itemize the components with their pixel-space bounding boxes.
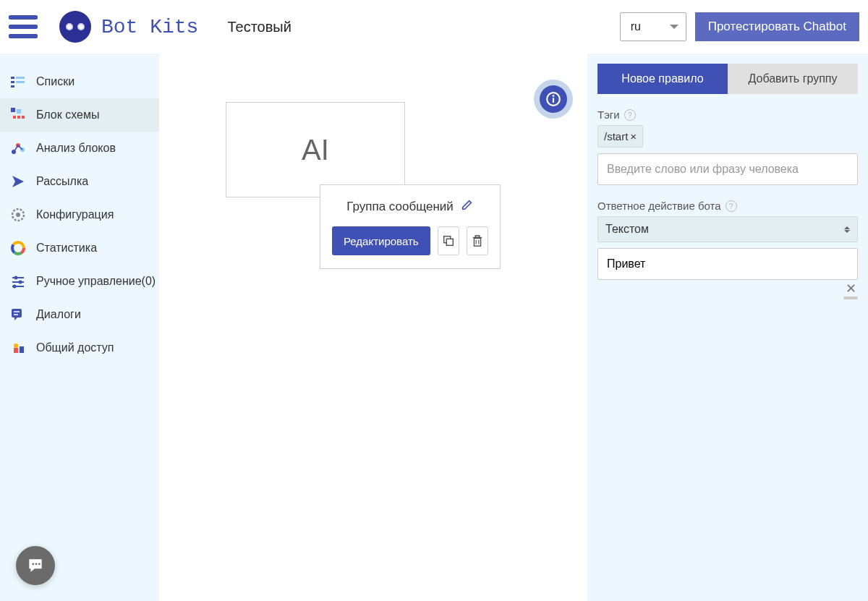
- list-icon: [10, 74, 26, 90]
- sidebar-item-label: Списки: [36, 75, 75, 88]
- action-select[interactable]: Текстом: [597, 216, 858, 242]
- svg-rect-4: [11, 85, 14, 88]
- sidebar-item-label: Рассылка: [36, 175, 88, 188]
- svg-point-28: [14, 344, 18, 348]
- svg-rect-1: [16, 77, 25, 79]
- svg-rect-0: [11, 77, 14, 79]
- chat-fab-button[interactable]: [16, 546, 55, 585]
- info-icon: [540, 85, 567, 113]
- message-group-block[interactable]: Группа сообщений Редактировать: [320, 184, 501, 269]
- sidebar-item-label: Ручное управление(0): [36, 275, 156, 288]
- sidebar-item-label: Диалоги: [36, 308, 81, 321]
- svg-rect-33: [474, 238, 480, 246]
- svg-rect-6: [17, 109, 21, 114]
- svg-point-20: [14, 276, 18, 280]
- language-value: ru: [631, 20, 641, 33]
- copy-button[interactable]: [438, 226, 459, 255]
- sidebar-item-label: Статистика: [36, 242, 97, 255]
- sidebar-item-manual[interactable]: Ручное управление(0): [0, 265, 159, 298]
- project-name: Тестовый: [227, 19, 291, 35]
- svg-rect-7: [13, 116, 16, 119]
- share-icon: [10, 340, 26, 356]
- response-input[interactable]: [597, 248, 858, 280]
- sidebar-item-dialogs[interactable]: Диалоги: [0, 298, 159, 331]
- svg-rect-9: [22, 116, 25, 119]
- tab-new-rule[interactable]: Новое правило: [597, 64, 728, 94]
- svg-rect-8: [17, 116, 20, 119]
- gear-icon: [10, 207, 26, 223]
- svg-point-14: [16, 213, 20, 217]
- help-icon[interactable]: ?: [726, 200, 737, 212]
- sidebar-item-mailing[interactable]: Рассылка: [0, 165, 159, 198]
- sidebar-item-label: Конфигурация: [36, 208, 114, 221]
- svg-rect-3: [16, 81, 25, 83]
- tab-add-group[interactable]: Добавить группу: [728, 64, 858, 94]
- sidebar-item-share[interactable]: Общий доступ: [0, 331, 159, 365]
- action-value: Текстом: [605, 223, 649, 236]
- language-select[interactable]: ru: [620, 12, 686, 41]
- delete-button[interactable]: [467, 226, 488, 255]
- hamburger-menu[interactable]: [9, 12, 38, 41]
- tag-text: /start: [604, 130, 628, 142]
- svg-rect-2: [11, 81, 14, 83]
- flow-canvas[interactable]: AI Группа сообщений Редактировать: [159, 54, 587, 601]
- sliders-icon: [10, 273, 26, 289]
- stats-icon: [10, 240, 26, 256]
- svg-rect-37: [475, 236, 479, 238]
- brand-text: Bot Kits: [101, 16, 198, 38]
- svg-rect-40: [553, 98, 554, 103]
- svg-rect-30: [20, 346, 24, 353]
- remove-tag-icon[interactable]: ×: [630, 130, 637, 142]
- block-label: AI: [302, 134, 329, 166]
- sidebar-item-label: Общий доступ: [36, 341, 114, 354]
- svg-point-42: [35, 563, 38, 565]
- send-icon: [10, 174, 26, 189]
- drag-handle[interactable]: [843, 297, 858, 299]
- select-caret-icon: [844, 226, 850, 233]
- rule-panel: Новое правило Добавить группу Тэги ? /st…: [587, 54, 868, 601]
- sidebar-item-stats[interactable]: Статистика: [0, 231, 159, 265]
- svg-rect-32: [446, 239, 453, 245]
- svg-point-24: [13, 285, 17, 289]
- analysis-icon: [10, 140, 26, 156]
- sidebar-item-analysis[interactable]: Анализ блоков: [0, 132, 159, 165]
- tag-chip[interactable]: /start ×: [597, 125, 643, 148]
- ai-block[interactable]: AI: [226, 102, 405, 197]
- action-label: Ответное действие бота: [597, 200, 721, 212]
- tags-label: Тэги: [597, 108, 620, 121]
- svg-rect-25: [12, 309, 22, 317]
- group-title: Группа сообщений: [346, 200, 454, 214]
- blocks-icon: [10, 107, 26, 123]
- logo-icon: [59, 11, 91, 43]
- info-button[interactable]: [534, 80, 573, 119]
- svg-point-39: [553, 95, 555, 97]
- svg-point-22: [19, 281, 22, 284]
- svg-rect-5: [11, 108, 15, 112]
- brand-logo[interactable]: Bot Kits: [59, 11, 198, 43]
- dialog-icon: [10, 307, 26, 323]
- sidebar: Списки Блок схемы Анализ блоков Рассылка…: [0, 54, 159, 601]
- test-chatbot-button[interactable]: Протестировать Chatbot: [695, 12, 859, 41]
- edit-button[interactable]: Редактировать: [332, 226, 430, 255]
- svg-rect-29: [14, 348, 18, 353]
- sidebar-item-label: Анализ блоков: [36, 142, 116, 155]
- help-icon[interactable]: ?: [624, 109, 636, 121]
- sidebar-item-lists[interactable]: Списки: [0, 65, 159, 98]
- svg-point-41: [32, 563, 34, 565]
- chevron-down-icon: [670, 25, 678, 29]
- chat-icon: [26, 556, 45, 575]
- phrase-input[interactable]: [597, 153, 858, 185]
- sidebar-item-block-schemes[interactable]: Блок схемы: [0, 98, 159, 132]
- close-icon[interactable]: ✕: [846, 281, 856, 297]
- svg-point-43: [38, 563, 41, 565]
- sidebar-item-label: Блок схемы: [36, 108, 99, 122]
- sidebar-item-config[interactable]: Конфигурация: [0, 198, 159, 231]
- pencil-icon[interactable]: [461, 198, 474, 215]
